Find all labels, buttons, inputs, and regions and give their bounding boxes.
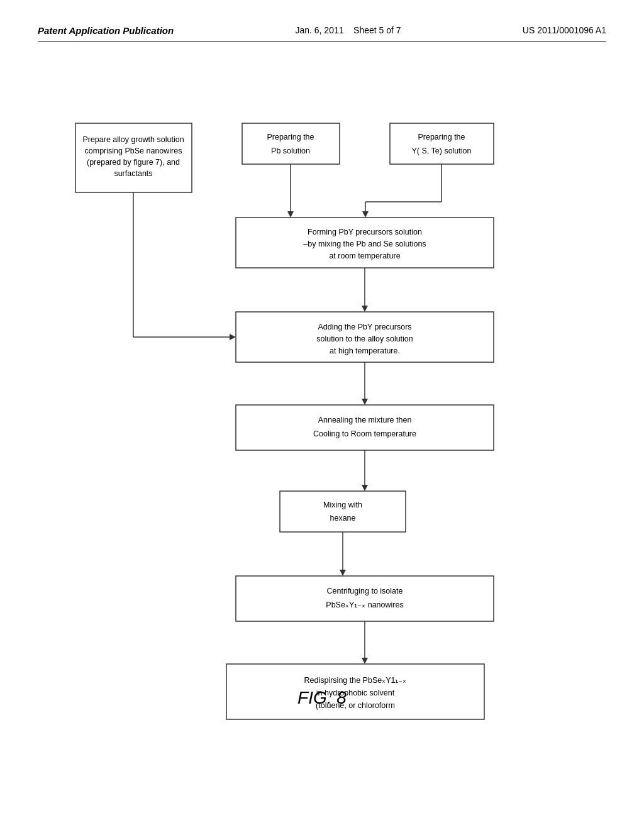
header-patent-number: US 2011/0001096 A1 <box>523 25 606 35</box>
svg-text:Adding the PbY precursors: Adding the PbY precursors <box>318 323 411 331</box>
svg-text:Cooling to Room temperature: Cooling to Room temperature <box>313 429 416 438</box>
svg-marker-42 <box>230 334 236 340</box>
svg-text:Forming PbY precursors solutio: Forming PbY precursors solution <box>308 228 422 236</box>
svg-marker-44 <box>362 399 368 405</box>
svg-text:hexane: hexane <box>330 514 355 523</box>
header-date: Jan. 6, 2011 <box>295 25 343 35</box>
svg-text:Preparing the: Preparing the <box>418 133 465 141</box>
svg-text:Prepare alloy growth solution: Prepare alloy growth solution <box>82 135 184 144</box>
svg-text:(prepared by figure 7), and: (prepared by figure 7), and <box>87 158 180 167</box>
svg-rect-5 <box>242 123 340 164</box>
svg-text:Y( S, Te) solution: Y( S, Te) solution <box>412 147 472 155</box>
svg-text:at room temperature: at room temperature <box>329 252 400 260</box>
svg-marker-39 <box>362 306 368 312</box>
svg-marker-50 <box>362 658 368 664</box>
svg-text:–by mixing the Pb and Se solut: –by mixing the Pb and Se solutions <box>303 240 426 248</box>
svg-text:Redispirsing the PbSeₓY1₁₋ₓ: Redispirsing the PbSeₓY1₁₋ₓ <box>304 676 407 685</box>
header-title: Patent Application Publication <box>38 25 174 36</box>
page: Patent Application Publication Jan. 6, 2… <box>0 0 644 830</box>
svg-rect-25 <box>236 576 494 621</box>
svg-rect-19 <box>236 405 494 450</box>
page-header: Patent Application Publication Jan. 6, 2… <box>38 25 606 42</box>
svg-marker-37 <box>362 211 369 218</box>
svg-rect-8 <box>390 123 494 164</box>
svg-text:surfactants: surfactants <box>114 169 152 178</box>
diagram-area: Prepare alloy growth solution comprising… <box>38 60 606 721</box>
header-sheet: Sheet 5 of 7 <box>353 25 401 35</box>
svg-text:Centrifuging to isolate: Centrifuging to isolate <box>327 587 403 595</box>
svg-marker-48 <box>340 570 346 576</box>
svg-text:Annealing the mixture then: Annealing the mixture then <box>318 416 412 424</box>
svg-text:PbSeₓY₁₋ₓ nanowires: PbSeₓY₁₋ₓ nanowires <box>326 600 403 609</box>
svg-marker-33 <box>287 211 294 218</box>
flowchart-svg: Prepare alloy growth solution comprising… <box>38 60 606 721</box>
svg-text:Mixing with: Mixing with <box>323 501 362 509</box>
svg-marker-46 <box>362 485 368 491</box>
figure-label: FIG. 8 <box>297 688 347 708</box>
svg-text:solution to the alloy solution: solution to the alloy solution <box>316 335 413 343</box>
svg-rect-22 <box>280 491 406 532</box>
svg-text:Preparing the: Preparing the <box>267 133 314 141</box>
header-date-sheet: Jan. 6, 2011 Sheet 5 of 7 <box>295 25 401 35</box>
svg-text:Pb solution: Pb solution <box>271 147 310 155</box>
svg-text:comprising PbSe nanowires: comprising PbSe nanowires <box>85 147 182 155</box>
svg-text:at high temperature.: at high temperature. <box>330 346 400 355</box>
